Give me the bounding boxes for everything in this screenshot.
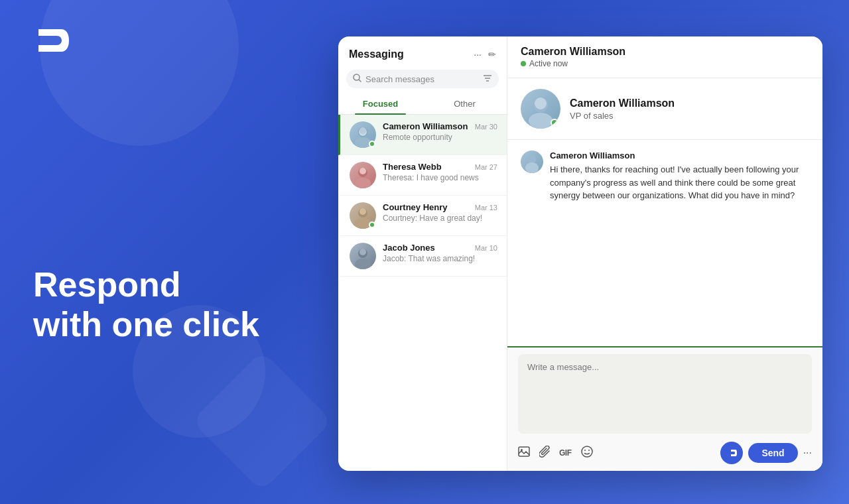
conv-date-theresa: Mar 27 [475, 163, 497, 171]
messaging-header-icons: ··· ✏ [474, 49, 496, 60]
profile-title: VP of sales [570, 111, 675, 121]
msg-content: Cameron Williamson Hi there, thanks for … [550, 151, 809, 202]
avatar-wrap-jacob [350, 243, 376, 269]
ui-card: Messaging ··· ✏ Search messages [338, 36, 822, 471]
search-bar[interactable]: Search messages [346, 70, 499, 88]
svg-point-8 [359, 127, 366, 134]
svg-point-14 [359, 208, 366, 215]
more-options-icon[interactable]: ··· [474, 49, 482, 60]
online-dot-courtney [369, 221, 375, 228]
conv-name-jacob: Jacob Jones [383, 243, 435, 253]
msg-text: Hi there, thanks for reaching out! I've … [550, 163, 809, 202]
image-icon[interactable] [518, 446, 530, 460]
compose-icon[interactable]: ✏ [488, 49, 496, 60]
send-area: Send ··· [720, 442, 812, 464]
emoji-icon[interactable] [581, 446, 593, 460]
svg-point-21 [528, 155, 536, 163]
conv-item-courtney[interactable]: Courtney Henry Mar 13 Courtney: Have a g… [338, 196, 507, 236]
chat-status-text: Active now [529, 59, 568, 68]
messages-area: Cameron Williamson Hi there, thanks for … [507, 140, 822, 346]
conv-item-cameron[interactable]: Cameron Williamson Mar 30 Remote opportu… [338, 115, 507, 155]
messaging-title: Messaging [349, 48, 404, 60]
tabs: Focused Other [338, 94, 507, 115]
left-panel: Respond with one click [0, 0, 318, 504]
conv-preview-courtney: Courtney: Have a great day! [383, 214, 497, 223]
send-icon-button[interactable] [720, 442, 743, 464]
svg-point-26 [584, 450, 586, 451]
conv-date-cameron: Mar 30 [475, 123, 497, 131]
msg-avatar-cameron [521, 151, 543, 173]
chat-status: Active now [521, 59, 809, 68]
conv-date-courtney: Mar 13 [475, 204, 497, 212]
svg-point-22 [525, 162, 539, 173]
conv-preview-theresa: Theresa: I have good news [383, 173, 497, 182]
input-area: GIF [507, 346, 822, 471]
logo [33, 27, 285, 60]
search-icon [353, 74, 361, 84]
conv-content-jacob: Jacob Jones Mar 10 Jacob: That was amazi… [383, 243, 497, 263]
conv-preview-jacob: Jacob: That was amazing! [383, 254, 497, 263]
svg-point-27 [588, 450, 590, 451]
svg-point-11 [359, 168, 366, 174]
chat-header: Cameron Williamson Active now [507, 36, 822, 78]
conv-date-jacob: Mar 10 [475, 244, 497, 252]
message-input[interactable] [518, 354, 812, 434]
conv-content-courtney: Courtney Henry Mar 13 Courtney: Have a g… [383, 202, 497, 223]
profile-name: Cameron Williamson [570, 97, 675, 109]
filter-icon[interactable] [483, 74, 492, 84]
avatar-jacob [350, 243, 376, 269]
profile-info: Cameron Williamson VP of sales [570, 97, 675, 121]
svg-point-10 [355, 178, 371, 188]
conv-item-theresa[interactable]: Theresa Webb Mar 27 Theresa: I have good… [338, 155, 507, 196]
toolbar-icons: GIF [518, 446, 593, 460]
tab-other[interactable]: Other [423, 94, 507, 114]
send-button[interactable]: Send [748, 443, 797, 463]
avatar-wrap-courtney [350, 202, 376, 229]
profile-online-dot [551, 119, 558, 127]
avatar-wrap-theresa [350, 162, 376, 188]
avatar-theresa [350, 162, 376, 188]
logo-icon [33, 27, 69, 54]
conv-content-cameron: Cameron Williamson Mar 30 Remote opportu… [383, 121, 497, 142]
online-dot-cameron [369, 141, 375, 147]
svg-point-19 [529, 113, 553, 129]
svg-point-25 [582, 446, 592, 457]
conv-name-courtney: Courtney Henry [383, 202, 448, 212]
conv-name-theresa: Theresa Webb [383, 162, 442, 172]
input-toolbar: GIF [518, 436, 812, 464]
conversation-list: Cameron Williamson Mar 30 Remote opportu… [338, 115, 507, 471]
svg-point-17 [359, 249, 366, 255]
gif-icon[interactable]: GIF [559, 448, 572, 458]
search-input[interactable]: Search messages [365, 74, 479, 84]
svg-line-1 [359, 80, 361, 82]
chat-panel: Cameron Williamson Active now Cameron Wi… [507, 36, 822, 471]
conv-content-theresa: Theresa Webb Mar 27 Theresa: I have good… [383, 162, 497, 182]
messaging-panel: Messaging ··· ✏ Search messages [338, 36, 507, 471]
more-options-send-icon[interactable]: ··· [803, 447, 812, 459]
profile-section: Cameron Williamson VP of sales [507, 78, 822, 140]
msg-sender: Cameron Williamson [550, 151, 809, 160]
svg-point-20 [535, 97, 547, 109]
tab-focused[interactable]: Focused [338, 94, 423, 114]
message-bubble: Cameron Williamson Hi there, thanks for … [521, 151, 809, 202]
chat-contact-name: Cameron Williamson [521, 46, 809, 58]
profile-avatar [521, 89, 560, 129]
active-status-dot [521, 61, 526, 66]
conv-item-jacob[interactable]: Jacob Jones Mar 10 Jacob: That was amazi… [338, 236, 507, 277]
conv-name-cameron: Cameron Williamson [383, 121, 468, 131]
messaging-header: Messaging ··· ✏ [338, 36, 507, 67]
attachment-icon[interactable] [539, 446, 550, 460]
svg-point-16 [355, 259, 371, 269]
hero-tagline: Respond with one click [33, 265, 285, 345]
avatar-wrap-cameron [350, 121, 376, 148]
conv-preview-cameron: Remote opportunity [383, 133, 497, 142]
